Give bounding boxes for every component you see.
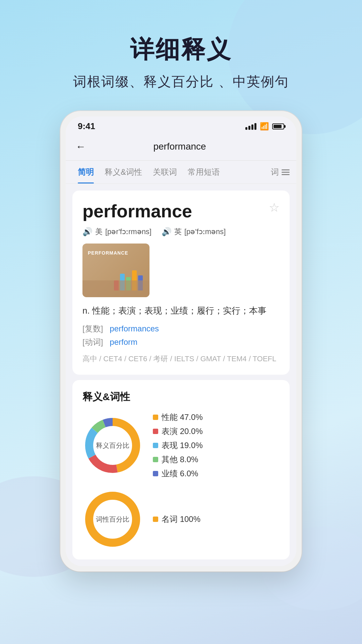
exam-tags: 高中 / CET4 / CET6 / 考研 / IELTS / GMAT / T… <box>82 353 280 365</box>
legend-dot-4 <box>153 471 158 476</box>
hand-shape <box>82 280 149 297</box>
donut-2-label: 词性百分比 <box>96 515 129 524</box>
tab-guanlian[interactable]: 关联词 <box>147 161 182 183</box>
legend-dot-noun <box>153 517 158 522</box>
donut-2-legend: 名词 100% <box>153 514 200 525</box>
donut-1-label: 释义百分比 <box>96 441 129 450</box>
page-header: 详细释义 词根词缀、释义百分比 、中英例句 <box>0 0 362 111</box>
donut-chart-2-section: 词性百分比 名词 100% <box>82 489 280 549</box>
legend-dot-3 <box>153 457 158 462</box>
legend-item-4: 业绩 6.0% <box>153 468 203 479</box>
page-title: 详细释义 <box>0 34 362 66</box>
verb-bracket: [动词] <box>82 337 103 346</box>
legend-dot-0 <box>153 415 158 420</box>
plural-link[interactable]: performances <box>110 324 159 333</box>
word-forms: [复数] performances [动词] perform <box>82 323 280 347</box>
hamburger-icon <box>282 169 290 175</box>
pronunciation-us-flag: 美 <box>95 227 103 237</box>
legend-item-0: 性能 47.0% <box>153 412 203 423</box>
bookmark-icon[interactable]: ☆ <box>269 201 280 215</box>
plural-bracket: [复数] <box>82 324 103 333</box>
legend-item-2: 表现 19.0% <box>153 440 203 451</box>
pronunciation-uk-phonetic: [pə'fɔːməns] <box>184 227 226 236</box>
legend-label-2: 表现 19.0% <box>162 440 203 451</box>
legend-label-3: 其他 8.0% <box>162 454 198 465</box>
word-definition: n. 性能；表演；表现；业绩；履行；实行；本事 <box>82 304 280 318</box>
tab-changyong[interactable]: 常用短语 <box>182 161 225 183</box>
wifi-icon: 📶 <box>260 122 269 131</box>
word-title: performance <box>82 201 192 221</box>
phone-screen: 9:41 📶 ← performance <box>66 116 296 566</box>
tab-yiyi[interactable]: 释义&词性 <box>99 161 147 183</box>
tabs-bar: 简明 释义&词性 关联词 常用短语 词 <box>66 161 296 184</box>
signal-icon <box>245 123 256 130</box>
word-image-placeholder: PERFORMANCE <box>82 244 149 297</box>
pronunciation-uk-flag: 英 <box>174 227 182 237</box>
content-area: performance ☆ 🔊 美 [pər'fɔːrməns] 🔊 英 [pə <box>66 184 296 566</box>
pronunciation-us: 🔊 美 [pər'fɔːrməns] <box>82 227 152 237</box>
nav-bar: ← performance <box>66 134 296 161</box>
legend-dot-1 <box>153 429 158 434</box>
page-subtitle: 词根词缀、释义百分比 、中英例句 <box>0 72 362 91</box>
word-card: performance ☆ 🔊 美 [pər'fɔːrməns] 🔊 英 [pə <box>72 191 290 375</box>
pronunciation-uk: 🔊 英 [pə'fɔːməns] <box>162 227 226 237</box>
status-time: 9:41 <box>78 121 95 131</box>
legend-dot-2 <box>153 443 158 448</box>
tab-jianjian[interactable]: 简明 <box>72 161 99 183</box>
word-header: performance ☆ <box>82 201 280 221</box>
pronunciations: 🔊 美 [pər'fɔːrməns] 🔊 英 [pə'fɔːməns] <box>82 227 280 237</box>
word-form-plural: [复数] performances <box>82 323 280 334</box>
donut-chart-1: 释义百分比 <box>82 415 143 476</box>
status-icons: 📶 <box>245 122 284 131</box>
speaker-uk-icon[interactable]: 🔊 <box>162 227 172 236</box>
phone-container: 9:41 📶 ← performance <box>0 111 362 572</box>
donut-1-legend: 性能 47.0% 表演 20.0% 表现 19.0% <box>153 412 203 479</box>
speaker-us-icon[interactable]: 🔊 <box>82 227 93 236</box>
donut-chart-2: 词性百分比 <box>82 489 143 549</box>
battery-icon <box>272 123 284 129</box>
legend-label-0: 性能 47.0% <box>162 412 203 423</box>
donut-chart-1-section: 释义百分比 性能 47.0% 表演 20.0% <box>82 412 280 479</box>
nav-title: performance <box>90 141 269 152</box>
legend-label-noun: 名词 100% <box>162 514 200 525</box>
tab-more[interactable]: 词 <box>271 167 290 177</box>
tab-ci-label: 词 <box>271 167 279 177</box>
word-image: PERFORMANCE <box>82 244 149 297</box>
word-form-verb: [动词] perform <box>82 337 280 347</box>
legend-item-1: 表演 20.0% <box>153 426 203 437</box>
image-label: PERFORMANCE <box>88 250 128 256</box>
legend-label-1: 表演 20.0% <box>162 426 203 437</box>
pronunciation-us-phonetic: [pər'fɔːrməns] <box>105 227 152 236</box>
phone-mockup: 9:41 📶 ← performance <box>60 111 302 572</box>
legend-item-noun: 名词 100% <box>153 514 200 525</box>
verb-link[interactable]: perform <box>110 337 137 346</box>
definition-card: 释义&词性 <box>72 380 290 559</box>
legend-label-4: 业绩 6.0% <box>162 468 198 479</box>
back-button[interactable]: ← <box>76 140 90 154</box>
legend-item-3: 其他 8.0% <box>153 454 203 465</box>
definition-section-title: 释义&词性 <box>82 390 280 404</box>
status-bar: 9:41 📶 <box>66 116 296 134</box>
